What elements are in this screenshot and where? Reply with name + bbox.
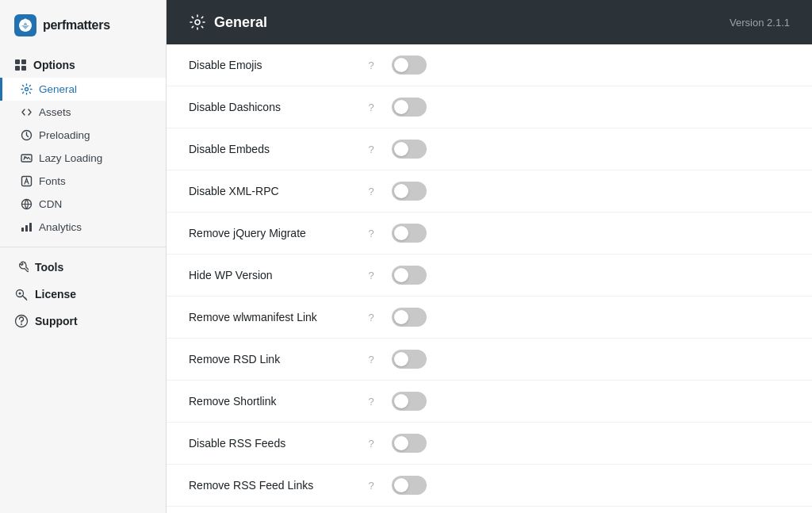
sidebar-item-tools-label: Tools [35,261,63,274]
svg-point-16 [19,293,21,295]
sidebar-item-support[interactable]: Support [0,308,166,335]
help-icon[interactable]: ? [363,477,379,493]
sidebar-item-general[interactable]: General [0,78,166,101]
support-icon [14,314,29,328]
help-icon[interactable]: ? [363,393,379,409]
toggle-switch[interactable] [392,308,427,327]
sidebar-item-preloading[interactable]: Preloading [0,124,166,147]
toggle-switch[interactable] [392,98,427,117]
settings-row: Remove wlwmanifest Link? [167,297,812,339]
settings-label: Remove RSS Feed Links [189,479,363,492]
settings-label: Disable Emojis [189,59,363,71]
grid-icon [14,59,27,71]
svg-rect-5 [21,66,26,71]
toggle-switch[interactable] [392,266,427,285]
settings-label: Remove jQuery Migrate [189,227,363,239]
help-icon[interactable]: ? [363,351,379,367]
help-icon[interactable]: ? [363,225,379,241]
sidebar-item-assets-label: Assets [39,106,71,118]
sidebar-section-options[interactable]: Options [0,52,166,78]
sidebar-item-lazy-loading[interactable]: Lazy Loading [0,147,166,170]
logo-text: perfmatters [43,18,110,33]
settings-row: Disable Embeds? [167,128,812,170]
settings-label: Disable XML-RPC [189,185,363,197]
toggle-track [392,266,427,285]
settings-label: Disable Embeds [189,143,363,155]
settings-row: Disable XML-RPC? [167,170,812,212]
svg-rect-2 [15,59,20,64]
settings-row: Remove RSD Link? [167,339,812,381]
settings-row: Disable Dashicons? [167,86,812,128]
sidebar: perfmatters Options General [0,0,167,513]
toggle-track [392,182,427,201]
sidebar-item-analytics-label: Analytics [39,221,82,233]
analytics-icon [21,221,33,233]
settings-row: Disable Emojis? [167,44,812,86]
toggle-switch[interactable] [392,140,427,159]
toggle-switch[interactable] [392,476,427,495]
wrench-icon [14,260,29,274]
help-icon[interactable]: ? [363,141,379,157]
help-icon[interactable]: ? [363,267,379,283]
help-icon[interactable]: ? [363,57,379,73]
settings-label: Remove Shortlink [189,395,363,408]
toggle-switch[interactable] [392,434,427,453]
preloading-icon [21,129,33,141]
help-icon[interactable]: ? [363,309,379,325]
toggle-track [392,476,427,495]
sidebar-item-general-label: General [39,83,77,95]
svg-point-19 [195,20,200,25]
svg-point-9 [24,156,25,158]
toggle-switch[interactable] [392,182,427,201]
settings-label: Remove wlwmanifest Link [189,311,363,323]
sidebar-item-cdn[interactable]: CDN [0,193,166,216]
settings-row: Remove RSS Feed Links? [167,465,812,507]
sidebar-item-lazy-loading-label: Lazy Loading [39,152,102,164]
sidebar-item-fonts-label: Fonts [39,175,66,187]
settings-label: Remove RSD Link [189,353,363,366]
header-title: General [214,14,267,31]
sidebar-item-assets[interactable]: Assets [0,101,166,124]
toggle-track [392,392,427,411]
gear-icon [21,83,33,95]
sidebar-item-preloading-label: Preloading [39,129,90,141]
settings-row: Remove jQuery Migrate? [167,212,812,255]
help-icon[interactable]: ? [363,99,379,115]
svg-point-18 [21,323,22,325]
toggle-switch[interactable] [392,350,427,369]
svg-rect-14 [29,223,32,232]
toggle-switch[interactable] [392,56,427,75]
sidebar-item-support-label: Support [35,315,78,327]
help-icon[interactable]: ? [363,435,379,451]
svg-rect-1 [21,25,29,29]
svg-rect-4 [15,66,20,71]
lazy-loading-icon [21,152,33,164]
toggle-track [392,434,427,453]
settings-body: Disable Emojis?Disable Dashicons?Disable… [167,44,812,513]
main-header: General Version 2.1.1 [167,0,812,44]
globe-icon [21,198,33,210]
settings-label: Disable Dashicons [189,101,363,113]
svg-rect-12 [21,228,24,232]
toggle-switch[interactable] [392,392,427,411]
toggle-switch[interactable] [392,224,427,243]
sidebar-item-license-label: License [35,288,76,301]
key-icon [14,287,29,301]
settings-row: Remove Shortlink? [167,381,812,423]
logo-area: perfmatters [0,0,166,49]
sidebar-item-license[interactable]: License [0,281,166,308]
settings-row: Disable Self Pingbacks? [167,507,812,513]
sidebar-item-analytics[interactable]: Analytics [0,216,166,239]
help-icon[interactable]: ? [363,183,379,199]
sidebar-item-tools[interactable]: Tools [0,254,166,281]
code-icon [21,106,33,118]
sidebar-nav: Options General Assets [0,49,166,338]
toggle-track [392,140,427,159]
sidebar-item-fonts[interactable]: Fonts [0,170,166,193]
toggle-track [392,350,427,369]
fonts-icon [21,175,33,187]
settings-row: Disable RSS Feeds? [167,423,812,465]
sidebar-bottom: Tools License [0,247,166,335]
section-options-label: Options [33,59,75,71]
header-title-area: General [189,13,267,31]
